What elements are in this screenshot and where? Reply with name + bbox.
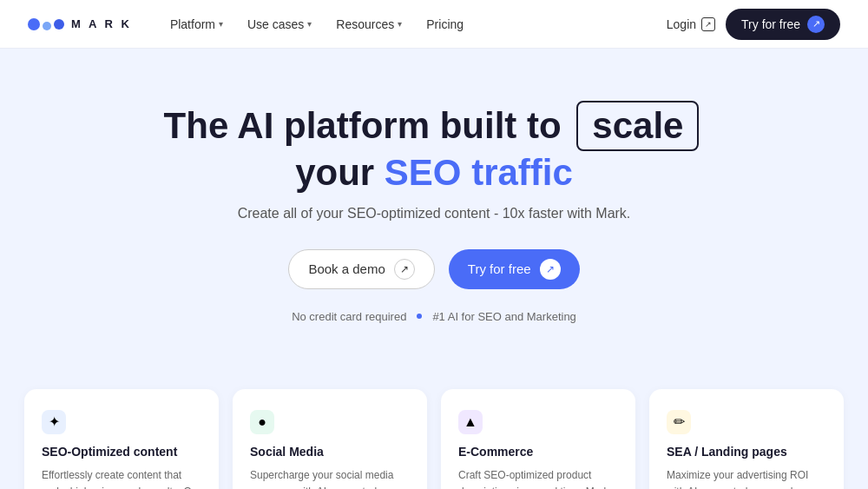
login-button[interactable]: Login ↗ bbox=[667, 17, 715, 31]
logo-dot-2 bbox=[43, 22, 51, 30]
arrow-icon: ↗ bbox=[540, 259, 561, 280]
card-icon-2: ▲ bbox=[458, 410, 483, 434]
card-description: Effortlessly create content that ranks h… bbox=[42, 467, 201, 489]
card-icon-3: ✏ bbox=[667, 410, 691, 434]
book-demo-button[interactable]: Book a demo ↗ bbox=[288, 249, 434, 289]
card-description: Maximize your advertising ROI with AI-ge… bbox=[667, 467, 826, 489]
try-free-hero-button[interactable]: Try for free ↗ bbox=[449, 249, 580, 289]
arrow-icon: ↗ bbox=[807, 16, 825, 33]
feature-cards: ✦ SEO-Optimized content Effortlessly cre… bbox=[0, 389, 868, 489]
hero-section: The AI platform built to scale your SEO … bbox=[0, 49, 868, 389]
logo-dot-1 bbox=[28, 18, 40, 30]
try-free-nav-button[interactable]: Try for free ↗ bbox=[726, 9, 840, 40]
card-title: E-Commerce bbox=[458, 445, 618, 459]
card-description: Craft SEO-optimized product descriptions… bbox=[458, 467, 618, 489]
nav-links: Platform ▾ Use cases ▾ Resources ▾ Prici… bbox=[160, 12, 667, 36]
arrow-icon: ↗ bbox=[394, 259, 415, 280]
logo-text: M A R K bbox=[71, 17, 132, 30]
nav-right: Login ↗ Try for free ↗ bbox=[667, 9, 840, 40]
card-title: SEA / Landing pages bbox=[667, 445, 826, 459]
nav-pricing[interactable]: Pricing bbox=[416, 12, 474, 36]
feature-card: ✦ SEO-Optimized content Effortlessly cre… bbox=[24, 389, 219, 489]
navbar: M A R K Platform ▾ Use cases ▾ Resources… bbox=[0, 0, 868, 49]
nav-platform[interactable]: Platform ▾ bbox=[160, 12, 233, 36]
hero-buttons: Book a demo ↗ Try for free ↗ bbox=[17, 249, 851, 289]
trust-separator bbox=[417, 314, 422, 319]
card-icon-0: ✦ bbox=[42, 410, 66, 434]
trust-bar: No credit card required #1 AI for SEO an… bbox=[17, 310, 851, 323]
feature-card: ● Social Media Supercharge your social m… bbox=[233, 389, 427, 489]
logo-dot-3 bbox=[54, 19, 64, 30]
nav-resources[interactable]: Resources ▾ bbox=[326, 12, 412, 36]
chevron-down-icon: ▾ bbox=[307, 19, 312, 29]
card-title: SEO-Optimized content bbox=[42, 445, 201, 459]
nav-use-cases[interactable]: Use cases ▾ bbox=[237, 12, 322, 36]
chevron-down-icon: ▾ bbox=[219, 19, 223, 29]
card-description: Supercharge your social media presence w… bbox=[250, 467, 410, 489]
logo-mark bbox=[28, 18, 64, 30]
card-icon-1: ● bbox=[250, 410, 274, 434]
chevron-down-icon: ▾ bbox=[398, 19, 402, 29]
card-title: Social Media bbox=[250, 445, 410, 459]
feature-card: ▲ E-Commerce Craft SEO-optimized product… bbox=[441, 389, 635, 489]
hero-subtext: Create all of your SEO-optimized content… bbox=[17, 206, 851, 221]
scale-badge: scale bbox=[576, 101, 699, 151]
hero-headline: The AI platform built to scale your SEO … bbox=[17, 101, 851, 195]
external-link-icon: ↗ bbox=[701, 17, 715, 31]
seo-text: SEO traffic bbox=[385, 152, 573, 193]
feature-card: ✏ SEA / Landing pages Maximize your adve… bbox=[649, 389, 844, 489]
logo[interactable]: M A R K bbox=[28, 17, 132, 30]
